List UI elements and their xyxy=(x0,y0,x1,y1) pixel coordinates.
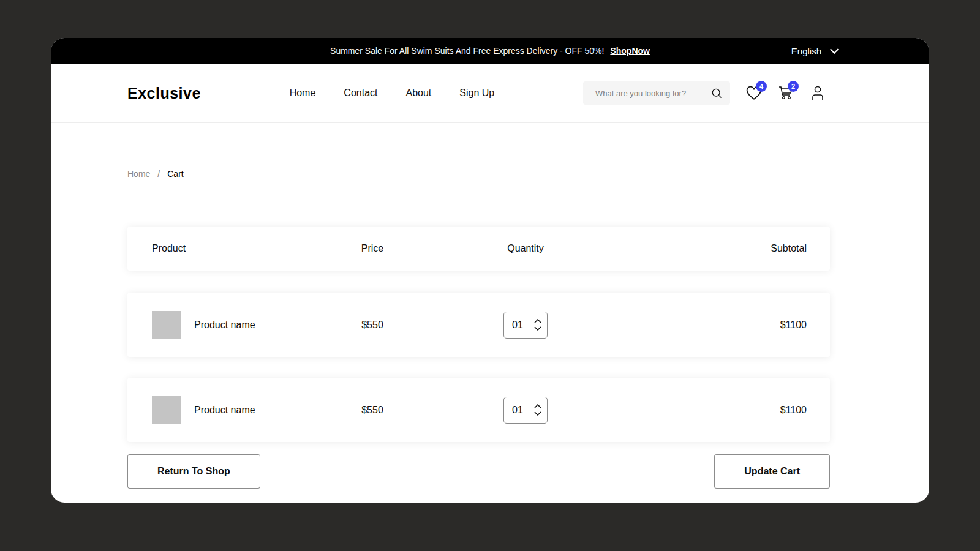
breadcrumb-separator: / xyxy=(157,169,160,179)
cart-button[interactable]: 2 xyxy=(778,85,794,101)
product-subtotal: $1100 xyxy=(605,320,807,331)
return-to-shop-button[interactable]: Return To Shop xyxy=(127,454,260,489)
update-cart-button[interactable]: Update Cart xyxy=(714,454,830,489)
cart-row: Product name $550 01 $1100 xyxy=(127,293,830,357)
product-subtotal: $1100 xyxy=(605,405,807,416)
cart-actions: Return To Shop Update Cart xyxy=(127,454,830,489)
user-icon xyxy=(810,85,825,101)
search-box[interactable] xyxy=(583,81,730,105)
column-product: Product xyxy=(127,243,299,254)
main-nav: Home Contact About Sign Up xyxy=(290,88,495,99)
product-name: Product name xyxy=(194,320,255,331)
quantity-down-button[interactable] xyxy=(534,326,541,331)
product-price: $550 xyxy=(299,320,446,331)
column-price: Price xyxy=(299,243,446,254)
quantity-up-button[interactable] xyxy=(534,404,541,408)
quantity-value: 01 xyxy=(512,405,523,416)
cart-table-header: Product Price Quantity Subtotal xyxy=(127,227,830,271)
product-image xyxy=(152,396,181,424)
nav-about[interactable]: About xyxy=(405,88,431,99)
promo-message: Summer Sale For All Swim Suits And Free … xyxy=(330,46,604,56)
logo[interactable]: Exclusive xyxy=(127,84,201,102)
wishlist-count-badge: 4 xyxy=(756,81,767,92)
quantity-stepper[interactable]: 01 xyxy=(503,312,548,339)
quantity-up-button[interactable] xyxy=(534,319,541,323)
product-name: Product name xyxy=(194,405,255,416)
search-input[interactable] xyxy=(595,89,706,98)
promo-banner: Summer Sale For All Swim Suits And Free … xyxy=(51,38,929,64)
account-button[interactable] xyxy=(810,85,826,101)
breadcrumb: Home / Cart xyxy=(127,169,830,179)
breadcrumb-current: Cart xyxy=(167,169,183,179)
product-image xyxy=(152,311,181,339)
cart-row: Product name $550 01 $1100 xyxy=(127,378,830,442)
column-subtotal: Subtotal xyxy=(605,243,807,254)
store-window: Summer Sale For All Swim Suits And Free … xyxy=(51,38,929,503)
site-header: Exclusive Home Contact About Sign Up xyxy=(51,64,929,123)
product-price: $550 xyxy=(299,405,446,416)
header-actions: 4 2 xyxy=(583,81,826,105)
cart-count-badge: 2 xyxy=(788,81,799,92)
nav-home[interactable]: Home xyxy=(290,88,316,99)
breadcrumb-home[interactable]: Home xyxy=(127,169,150,179)
search-icon[interactable] xyxy=(710,87,723,99)
quantity-down-button[interactable] xyxy=(534,411,541,416)
nav-signup[interactable]: Sign Up xyxy=(459,88,494,99)
column-quantity: Quantity xyxy=(446,243,605,254)
cart-page: Home / Cart Product Price Quantity Subto… xyxy=(51,169,929,489)
wishlist-button[interactable]: 4 xyxy=(746,85,762,101)
quantity-stepper[interactable]: 01 xyxy=(503,397,548,424)
language-label: English xyxy=(791,46,821,56)
nav-contact[interactable]: Contact xyxy=(344,88,377,99)
shop-now-link[interactable]: ShopNow xyxy=(610,46,650,56)
quantity-value: 01 xyxy=(512,320,523,331)
language-selector[interactable]: English xyxy=(791,46,836,56)
